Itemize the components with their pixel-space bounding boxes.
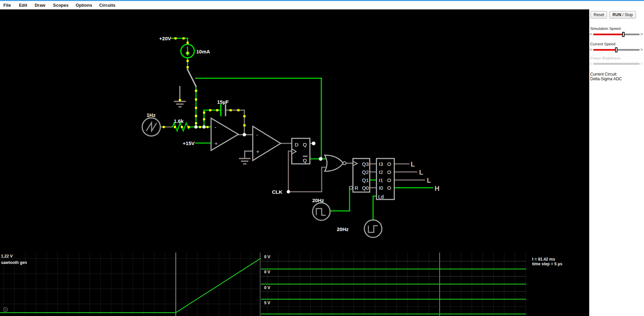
scope-panel3-label: 0 V (264, 285, 270, 290)
slider-thumb[interactable] (615, 47, 617, 52)
scope-panel1-label: 0 V (264, 255, 270, 259)
current-speed-slider[interactable]: < > (590, 47, 643, 52)
counter-q1-label: Q1 (362, 177, 369, 183)
counter-q0-label: Q0 (362, 185, 369, 191)
run-stop-button[interactable]: RUN / Stop (609, 11, 636, 18)
slider-track (593, 63, 640, 65)
latch-load-label: Ld (378, 194, 384, 199)
logic-level-2: L (419, 169, 423, 176)
sim-timestep: time step = 5 µs (532, 262, 562, 266)
logic-level-0: H (435, 185, 439, 192)
label-clock2: 20Hz (337, 226, 349, 232)
latch-o0-label: O (387, 185, 391, 191)
slider-left-arrow: < (590, 61, 593, 66)
opamp2-minus-label: - (256, 132, 258, 138)
menu-options[interactable]: Options (76, 3, 92, 8)
latch-o2-label: O (387, 169, 391, 175)
counter-4bit[interactable]: Q3 Q2 Q1 Q0 R (350, 159, 370, 192)
current-source-10mA[interactable] (181, 44, 194, 58)
sim-time: t = 81.42 ms (532, 257, 555, 262)
simulation-speed-label: Simulation Speed (590, 27, 620, 31)
menu-circuits[interactable]: Circuits (99, 3, 115, 8)
latch-i3-label: I3 (379, 161, 383, 167)
scope-panel4-label: 5 V (264, 301, 270, 305)
nor-output-bubble (343, 162, 346, 165)
square-wave-icon (368, 226, 378, 232)
scope-left-value: 1.22 V (1, 254, 13, 259)
simulation-speed-slider[interactable]: < > (590, 32, 643, 37)
slider-thumb[interactable] (622, 32, 625, 37)
latch-i0-label: I0 (379, 185, 383, 191)
menu-draw[interactable]: Draw (35, 3, 45, 8)
label-input-source: 1Hz (147, 112, 156, 118)
opamp1-minus-label: - (214, 124, 216, 130)
opamp2-plus-label: + (256, 148, 259, 155)
control-sidebar: Reset RUN / Stop Simulation Speed < > Cu… (589, 9, 644, 316)
power-brightness-label: Power Brightness (590, 56, 620, 60)
opamp1-plus-label: + (214, 140, 218, 147)
opamp-integrator[interactable]: - + (211, 118, 238, 150)
scope-settings-gear-icon[interactable]: ⚙ (2, 306, 9, 313)
counter-reset-bubble (350, 186, 353, 189)
slider-right-arrow[interactable]: > (640, 47, 643, 52)
latch-i2-label: I2 (379, 169, 383, 175)
label-current-source: 10mA (196, 49, 210, 54)
slider-right-arrow: > (640, 61, 643, 66)
power-brightness-slider: < > (590, 61, 643, 66)
ground-symbol-switch[interactable] (174, 86, 186, 107)
scope-panel2-label: 0 V (264, 270, 270, 274)
run-label-strong: RUN (612, 12, 621, 17)
trace-sawtooth (0, 258, 261, 313)
reset-button[interactable]: Reset (591, 11, 607, 18)
latch-o1-label: O (387, 177, 391, 183)
sawtooth-source-1Hz[interactable] (142, 118, 160, 136)
logic-level-3: L (411, 161, 415, 168)
clock-source-20Hz-1[interactable] (313, 203, 330, 220)
logic-level-1: L (427, 177, 431, 184)
current-circuit-heading: Current Circuit: (590, 72, 617, 77)
menu-scopes[interactable]: Scopes (53, 3, 69, 8)
opamp-comparator[interactable]: - + (253, 126, 281, 161)
sawtooth-wave-icon (146, 123, 157, 131)
run-label-rest: / Stop (621, 12, 633, 17)
slider-left-arrow[interactable]: < (590, 32, 593, 37)
menu-edit[interactable]: Edit (19, 3, 27, 8)
label-capacitor: 15µF (217, 99, 229, 105)
current-circuit-name: Delta-Sigma ADC (590, 77, 622, 81)
counter-q3-label: Q3 (362, 161, 369, 167)
circuitjs-window: File Edit Draw Scopes Options Circuits 1 (0, 0, 644, 316)
slider-fill (593, 34, 622, 35)
d-flipflop[interactable]: D Q Q (292, 138, 310, 164)
label-supply-top: +20V (159, 36, 171, 41)
square-wave-icon (316, 209, 326, 215)
menu-file[interactable]: File (3, 3, 11, 8)
ground-symbol-comparator[interactable] (239, 159, 250, 164)
ff-q-label: Q (303, 142, 307, 147)
latch-i1-label: I1 (379, 177, 383, 183)
clock-source-20Hz-2[interactable] (364, 220, 382, 237)
slider-track[interactable] (593, 49, 640, 51)
label-clk: CLK (272, 189, 282, 195)
label-supply-opamp: +15V (183, 140, 195, 146)
nor-gate[interactable] (325, 155, 346, 171)
latch-4bit[interactable]: I3 I2 I1 I0 O O O O Ld (376, 159, 394, 199)
dac-switch[interactable] (187, 69, 196, 87)
label-resistor: 1.6k (174, 118, 184, 124)
slider-left-arrow[interactable]: < (590, 47, 593, 52)
label-clock1: 20Hz (312, 197, 324, 203)
latch-o3-label: O (387, 161, 391, 167)
scope-left-title: sawtooth gen (1, 260, 27, 265)
slider-right-arrow[interactable]: > (640, 32, 643, 37)
ff-qbar-label: Q (303, 157, 307, 163)
slider-track[interactable] (593, 34, 640, 35)
circuit-canvas[interactable]: 1.22 V sawtooth gen 0 V 0 V 0 V 5 V t = … (0, 9, 589, 316)
current-speed-label: Current Speed (590, 42, 615, 46)
capacitor-15uF[interactable] (221, 104, 226, 116)
ff-d-label: D (295, 142, 298, 147)
counter-q2-label: Q2 (362, 169, 369, 175)
counter-reset-label: R (355, 185, 358, 191)
slider-fill (593, 49, 615, 51)
menu-bar: File Edit Draw Scopes Options Circuits (0, 1, 644, 10)
